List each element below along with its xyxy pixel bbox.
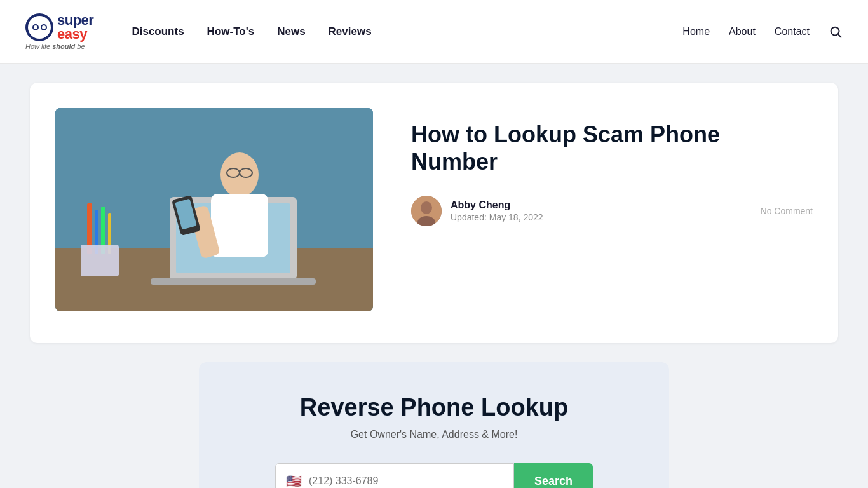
logo[interactable]: super easy How life should be bbox=[25, 13, 93, 50]
logo-circles bbox=[25, 13, 53, 41]
lookup-subtitle: Get Owner's Name, Address & More! bbox=[351, 429, 518, 440]
author-row: Abby Cheng Updated: May 18, 2022 No Comm… bbox=[411, 196, 813, 226]
avatar-image bbox=[411, 196, 442, 226]
updated-date: May 18, 2022 bbox=[489, 212, 543, 222]
author-name: Abby Cheng bbox=[451, 200, 752, 211]
article-meta: How to Lookup Scam Phone Number Abby Che… bbox=[411, 108, 813, 226]
article-image-wrap bbox=[55, 108, 373, 311]
svg-rect-8 bbox=[211, 194, 268, 257]
main-nav: Discounts How-To's News Reviews bbox=[132, 25, 371, 38]
logo-outer-circle bbox=[25, 13, 53, 41]
logo-tagline: How life should be bbox=[25, 43, 85, 50]
search-icon bbox=[829, 25, 843, 39]
nav-home[interactable]: Home bbox=[682, 26, 710, 37]
nav-item-news[interactable]: News bbox=[277, 25, 305, 38]
logo-text: super easy bbox=[57, 13, 93, 41]
article-image bbox=[55, 108, 373, 311]
updated-label: Updated: bbox=[451, 212, 487, 222]
tagline-prefix: How life bbox=[25, 43, 52, 50]
svg-rect-19 bbox=[81, 245, 119, 276]
main-content: How to Lookup Scam Phone Number Abby Che… bbox=[15, 83, 853, 488]
tagline-italic: should bbox=[52, 43, 75, 50]
search-toggle-button[interactable] bbox=[829, 25, 843, 39]
author-avatar bbox=[411, 196, 442, 226]
nav-about[interactable]: About bbox=[729, 26, 756, 37]
us-flag-icon: 🇺🇸 bbox=[285, 475, 302, 487]
lookup-form: 🇺🇸 Search bbox=[275, 463, 593, 488]
site-header: super easy How life should be Discounts … bbox=[0, 0, 868, 64]
tagline-suffix: be bbox=[75, 43, 85, 50]
lookup-search-button[interactable]: Search bbox=[514, 463, 593, 488]
logo-inner-circle-right bbox=[41, 24, 47, 30]
header-left: super easy How life should be Discounts … bbox=[25, 13, 372, 50]
svg-point-0 bbox=[831, 27, 839, 35]
logo-graphic: super easy bbox=[25, 13, 93, 41]
logo-super-text: super bbox=[57, 13, 93, 27]
svg-rect-6 bbox=[151, 278, 316, 285]
logo-inner-circles bbox=[32, 24, 47, 30]
nav-item-discounts[interactable]: Discounts bbox=[132, 25, 184, 38]
nav-item-howtos[interactable]: How-To's bbox=[207, 25, 255, 38]
lookup-section: Reverse Phone Lookup Get Owner's Name, A… bbox=[199, 362, 669, 488]
lookup-title: Reverse Phone Lookup bbox=[300, 394, 568, 421]
article-title: How to Lookup Scam Phone Number bbox=[411, 121, 813, 175]
svg-line-1 bbox=[838, 34, 841, 37]
article-image-svg bbox=[55, 108, 373, 311]
logo-inner-circle-left bbox=[32, 24, 39, 30]
author-info: Abby Cheng Updated: May 18, 2022 bbox=[451, 200, 752, 222]
header-right: Home About Contact bbox=[682, 25, 843, 39]
article-card: How to Lookup Scam Phone Number Abby Che… bbox=[30, 83, 838, 343]
svg-point-21 bbox=[421, 201, 432, 214]
logo-easy-text: easy bbox=[57, 27, 93, 41]
author-date: Updated: May 18, 2022 bbox=[451, 212, 752, 222]
nav-contact[interactable]: Contact bbox=[775, 26, 810, 37]
nav-item-reviews[interactable]: Reviews bbox=[329, 25, 372, 38]
phone-input[interactable] bbox=[309, 475, 505, 487]
no-comment-label: No Comment bbox=[761, 206, 813, 216]
phone-input-wrap: 🇺🇸 bbox=[275, 463, 514, 488]
